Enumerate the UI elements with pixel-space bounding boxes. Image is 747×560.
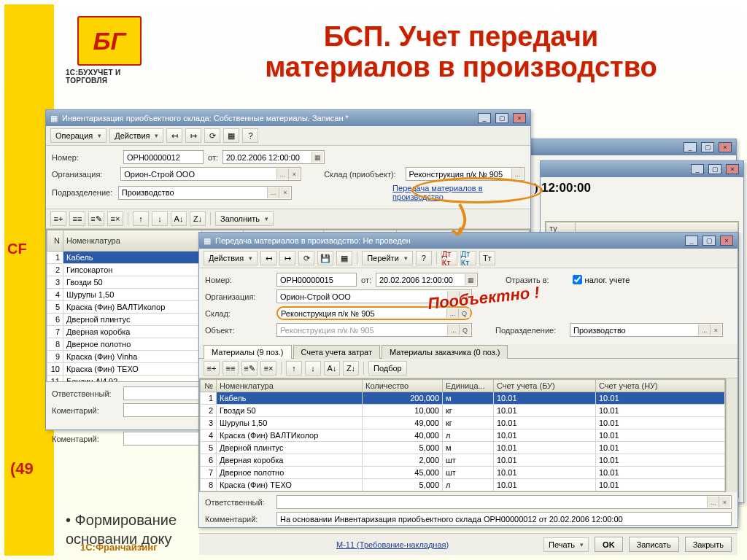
post-icon[interactable]: ▦	[336, 251, 352, 265]
col-n[interactable]: №	[201, 380, 217, 392]
vertical-scrollbar[interactable]	[726, 378, 738, 492]
date-field[interactable]: 20.02.2006 12:00:00 ▦	[376, 273, 478, 287]
table-row[interactable]: 9Бензин АИ 92920,000л10.0310.03	[201, 491, 725, 493]
edit-row-icon[interactable]: ≡✎	[241, 361, 258, 376]
minimize-icon[interactable]: _	[684, 142, 697, 152]
actions-menu[interactable]: Действия	[109, 128, 163, 143]
ellipsis-icon[interactable]: ...	[707, 497, 719, 508]
table-row[interactable]: 4Краска (Фин) ВАЛТИколор40,000л10.0110.0…	[201, 429, 725, 442]
save-button[interactable]: Записать	[629, 537, 679, 552]
col-qty[interactable]: Количество	[363, 380, 443, 392]
nav-first-icon[interactable]: ↤	[260, 251, 276, 265]
delete-row-icon[interactable]: ≡×	[107, 211, 123, 226]
podr-field[interactable]: Производство ...×	[570, 323, 723, 337]
settings-icon[interactable]: Тт	[479, 251, 495, 265]
col-nu[interactable]: Счет учета (НУ)	[596, 380, 725, 392]
operation-menu[interactable]: Операция	[50, 128, 107, 143]
table-row[interactable]: 7Дверное полотно45,000шт10.0110.01	[201, 467, 725, 479]
move-up-icon[interactable]: ↑	[133, 211, 149, 226]
inventory-titlebar[interactable]: ▦ Инвентаризация приобъектного склада: С…	[46, 110, 530, 126]
ellipsis-icon[interactable]: ...	[446, 308, 458, 318]
number-field[interactable]: ОРН00000015	[276, 273, 357, 287]
post-icon[interactable]: ▦	[223, 128, 239, 143]
table-row[interactable]: 3Шурупы 1,5049,000кг10.0110.01	[201, 417, 725, 429]
sort-desc-icon[interactable]: Z↓	[343, 361, 359, 376]
refresh-icon[interactable]: ⟳	[204, 128, 220, 143]
close-button[interactable]: Закрыть	[685, 537, 732, 552]
org-field[interactable]: Орион-Строй ООО ...Q	[276, 289, 472, 303]
move-down-icon[interactable]: ↓	[152, 211, 168, 226]
open-icon[interactable]: Q	[458, 308, 470, 318]
dt-kt-nu-icon[interactable]: Дт Кт	[460, 251, 476, 265]
add-row-icon[interactable]: ≡+	[204, 361, 220, 376]
refresh-icon[interactable]: ⟳	[298, 251, 314, 265]
clear-icon[interactable]: ×	[710, 324, 721, 335]
move-down-icon[interactable]: ↓	[305, 361, 321, 376]
col-nomen[interactable]: Номенклатура	[217, 380, 363, 392]
sort-asc-icon[interactable]: A↓	[171, 211, 187, 226]
delete-row-icon[interactable]: ≡×	[260, 361, 276, 376]
close-icon[interactable]: ×	[719, 142, 732, 152]
clear-icon[interactable]: ×	[288, 168, 300, 179]
maximize-icon[interactable]: ▢	[703, 236, 716, 246]
clear-icon[interactable]: ×	[279, 187, 290, 198]
maximize-icon[interactable]: ▢	[495, 113, 508, 123]
minimize-icon[interactable]: _	[691, 164, 704, 174]
close-icon[interactable]: ×	[513, 113, 526, 123]
calendar-icon[interactable]: ▦	[465, 274, 476, 285]
col-ed[interactable]: Единица...	[443, 380, 494, 392]
table-row[interactable]: 2Гвозди 5010,000кг10.0110.01	[201, 405, 725, 417]
ellipsis-icon[interactable]: ...	[447, 291, 459, 302]
ellipsis-icon[interactable]: ...	[447, 324, 459, 335]
help-icon[interactable]: ?	[242, 128, 258, 143]
m11-link[interactable]: М-11 (Требование-накладная)	[336, 540, 449, 549]
org-field[interactable]: Орион-Строй ООО ...×	[120, 167, 301, 181]
col-n[interactable]: N	[47, 230, 63, 252]
open-icon[interactable]: Q	[459, 324, 471, 335]
podr-field[interactable]: Производство ...×	[118, 186, 293, 200]
sort-asc-icon[interactable]: A↓	[324, 361, 340, 376]
tab-materials[interactable]: Материалы (9 поз.)	[204, 345, 292, 359]
print-button[interactable]: Печать	[543, 537, 589, 552]
maximize-icon[interactable]: ▢	[701, 142, 714, 152]
save-icon[interactable]: 💾	[317, 251, 333, 265]
clear-icon[interactable]: ×	[719, 497, 730, 508]
table-row[interactable]: 6Дверная коробка2,000шт10.0110.01	[201, 454, 725, 467]
tab-customer-materials[interactable]: Материалы заказчика (0 поз.)	[382, 345, 508, 359]
ellipsis-icon[interactable]: ...	[267, 187, 279, 198]
help-icon[interactable]: ?	[416, 251, 432, 265]
sklad-field[interactable]: Реконструкция п/к № 905 ...	[406, 167, 525, 181]
obj-field[interactable]: Реконструкция п/к № 905 ...Q	[276, 323, 472, 337]
dt-kt-icon[interactable]: Дт Кт	[441, 251, 457, 265]
col-nomen[interactable]: Номенклатура	[63, 230, 202, 252]
checkbox-icon[interactable]	[573, 275, 582, 284]
table-row[interactable]: 1Кабель200,000м10.0110.01	[201, 392, 725, 405]
nav-first-icon[interactable]: ↤	[166, 128, 182, 143]
sklad-field[interactable]: Реконструкция п/к № 905 ...Q	[276, 306, 472, 320]
close-icon[interactable]: ×	[726, 164, 739, 174]
tab-accounts[interactable]: Счета учета затрат	[293, 345, 380, 359]
table-row[interactable]: 8Краска (Фин) ТЕХО5,000л10.0110.01	[201, 479, 725, 491]
edit-row-icon[interactable]: ≡✎	[88, 211, 104, 226]
transfer-link[interactable]: Передача материалов в производство	[392, 184, 525, 201]
ellipsis-icon[interactable]: ...	[698, 324, 710, 335]
pick-button[interactable]: Подбор	[368, 361, 407, 376]
table-row[interactable]: 5Дверной плинтус5,000м10.0110.01	[201, 442, 725, 454]
sort-desc-icon[interactable]: Z↓	[190, 211, 206, 226]
ellipsis-icon[interactable]: ...	[276, 168, 288, 179]
date-field[interactable]: 20.02.2006 12:00:00 ▦	[222, 150, 325, 164]
tax-accounting-checkbox[interactable]: налог. учете	[573, 275, 630, 284]
close-icon[interactable]: ×	[720, 236, 733, 246]
nav-next-icon[interactable]: ↦	[279, 251, 295, 265]
actions-menu[interactable]: Действия	[204, 251, 258, 265]
goto-menu[interactable]: Перейти	[362, 251, 413, 265]
comment-field[interactable]: На основании Инвентаризация приобъектног…	[276, 512, 732, 526]
minimize-icon[interactable]: _	[685, 236, 698, 246]
nav-next-icon[interactable]: ↦	[185, 128, 201, 143]
number-field[interactable]: ОРН00000012	[123, 150, 204, 164]
maximize-icon[interactable]: ▢	[708, 164, 721, 174]
move-up-icon[interactable]: ↑	[286, 361, 302, 376]
open-icon[interactable]: Q	[459, 291, 471, 302]
resp-field[interactable]: ...×	[276, 495, 732, 509]
transfer-grid[interactable]: № Номенклатура Количество Единица... Сче…	[199, 378, 726, 492]
